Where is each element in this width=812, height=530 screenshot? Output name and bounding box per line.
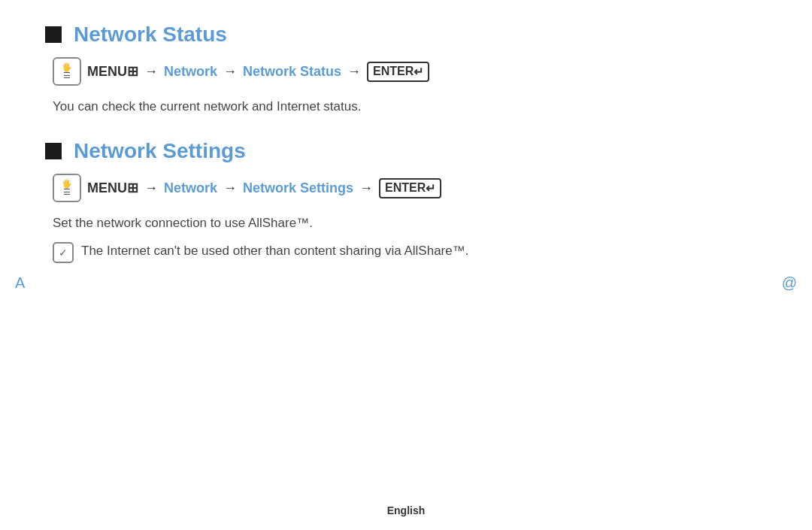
- path-network-1: Network: [164, 64, 217, 80]
- bullet-square-2: [45, 143, 62, 159]
- menu-path-row-2: 🖐☰ MENU⊞ → Network → Network Settings → …: [53, 174, 767, 202]
- menu-label-2: MENU⊞: [87, 180, 138, 196]
- menu-path-row-1: 🖐☰ MENU⊞ → Network → Network Status → EN…: [53, 57, 767, 86]
- description-2: Set the network connection to use AllSha…: [53, 213, 767, 233]
- arrow-2a: →: [144, 180, 158, 196]
- section-title-1: Network Status: [74, 23, 227, 47]
- section-title-row-1: Network Status: [45, 23, 767, 47]
- page-content: Network Status 🖐☰ MENU⊞ → Network → Netw…: [0, 0, 812, 308]
- enter-icon-1: ENTER↵: [367, 62, 429, 82]
- arrow-2b: →: [223, 180, 237, 196]
- arrow-1b: →: [223, 64, 237, 80]
- path-network-2: Network: [164, 180, 217, 196]
- path-status-1: Network Status: [243, 64, 341, 80]
- note-row-2: ✓ The Internet can't be used other than …: [53, 241, 767, 263]
- corner-a-label: A: [15, 274, 25, 292]
- footer-language: English: [387, 504, 426, 516]
- section-title-2: Network Settings: [74, 139, 246, 163]
- bullet-square-1: [45, 26, 62, 43]
- menu-label-1: MENU⊞: [87, 63, 138, 80]
- note-icon-2: ✓: [53, 242, 74, 263]
- arrow-1a: →: [144, 64, 158, 80]
- note-text-2: The Internet can't be used other than co…: [81, 241, 468, 261]
- menu-icon-1: 🖐☰: [53, 57, 81, 86]
- section-network-settings: Network Settings 🖐☰ MENU⊞ → Network → Ne…: [45, 139, 767, 263]
- section-title-row-2: Network Settings: [45, 139, 767, 163]
- arrow-2c: →: [359, 180, 373, 196]
- corner-at-label: @: [782, 274, 797, 292]
- description-1: You can check the current network and In…: [53, 96, 767, 117]
- menu-icon-2: 🖐☰: [53, 174, 81, 202]
- arrow-1c: →: [347, 64, 361, 80]
- enter-icon-2: ENTER↵: [379, 178, 441, 198]
- path-settings-2: Network Settings: [243, 180, 353, 196]
- section-network-status: Network Status 🖐☰ MENU⊞ → Network → Netw…: [45, 23, 767, 117]
